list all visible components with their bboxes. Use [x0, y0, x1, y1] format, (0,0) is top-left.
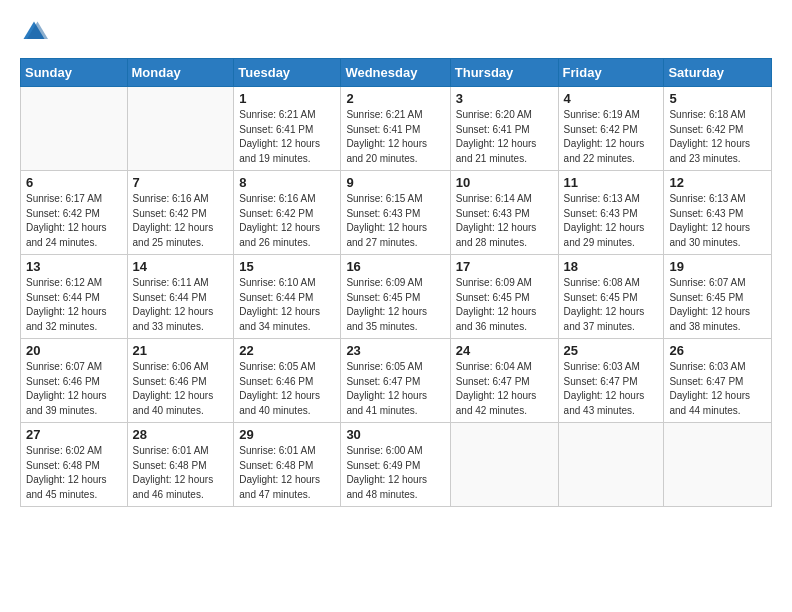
day-detail: Sunrise: 6:20 AM Sunset: 6:41 PM Dayligh… [456, 108, 553, 166]
day-cell: 4Sunrise: 6:19 AM Sunset: 6:42 PM Daylig… [558, 87, 664, 171]
day-detail: Sunrise: 6:21 AM Sunset: 6:41 PM Dayligh… [346, 108, 444, 166]
day-detail: Sunrise: 6:10 AM Sunset: 6:44 PM Dayligh… [239, 276, 335, 334]
day-number: 7 [133, 175, 229, 190]
day-number: 14 [133, 259, 229, 274]
day-detail: Sunrise: 6:12 AM Sunset: 6:44 PM Dayligh… [26, 276, 122, 334]
day-number: 9 [346, 175, 444, 190]
weekday-tuesday: Tuesday [234, 59, 341, 87]
day-detail: Sunrise: 6:06 AM Sunset: 6:46 PM Dayligh… [133, 360, 229, 418]
day-cell: 24Sunrise: 6:04 AM Sunset: 6:47 PM Dayli… [450, 339, 558, 423]
day-number: 4 [564, 91, 659, 106]
day-cell [558, 423, 664, 507]
weekday-wednesday: Wednesday [341, 59, 450, 87]
day-cell: 29Sunrise: 6:01 AM Sunset: 6:48 PM Dayli… [234, 423, 341, 507]
day-number: 29 [239, 427, 335, 442]
day-cell: 28Sunrise: 6:01 AM Sunset: 6:48 PM Dayli… [127, 423, 234, 507]
day-cell: 12Sunrise: 6:13 AM Sunset: 6:43 PM Dayli… [664, 171, 772, 255]
day-cell: 1Sunrise: 6:21 AM Sunset: 6:41 PM Daylig… [234, 87, 341, 171]
day-cell [21, 87, 128, 171]
day-detail: Sunrise: 6:05 AM Sunset: 6:46 PM Dayligh… [239, 360, 335, 418]
day-number: 21 [133, 343, 229, 358]
day-cell: 2Sunrise: 6:21 AM Sunset: 6:41 PM Daylig… [341, 87, 450, 171]
weekday-friday: Friday [558, 59, 664, 87]
week-row-5: 27Sunrise: 6:02 AM Sunset: 6:48 PM Dayli… [21, 423, 772, 507]
day-cell: 15Sunrise: 6:10 AM Sunset: 6:44 PM Dayli… [234, 255, 341, 339]
weekday-sunday: Sunday [21, 59, 128, 87]
day-detail: Sunrise: 6:09 AM Sunset: 6:45 PM Dayligh… [346, 276, 444, 334]
day-number: 28 [133, 427, 229, 442]
day-number: 24 [456, 343, 553, 358]
day-number: 17 [456, 259, 553, 274]
day-number: 13 [26, 259, 122, 274]
day-detail: Sunrise: 6:09 AM Sunset: 6:45 PM Dayligh… [456, 276, 553, 334]
day-cell: 19Sunrise: 6:07 AM Sunset: 6:45 PM Dayli… [664, 255, 772, 339]
day-number: 8 [239, 175, 335, 190]
day-detail: Sunrise: 6:07 AM Sunset: 6:46 PM Dayligh… [26, 360, 122, 418]
day-number: 22 [239, 343, 335, 358]
header [20, 18, 772, 46]
weekday-monday: Monday [127, 59, 234, 87]
day-number: 23 [346, 343, 444, 358]
day-detail: Sunrise: 6:01 AM Sunset: 6:48 PM Dayligh… [133, 444, 229, 502]
day-detail: Sunrise: 6:21 AM Sunset: 6:41 PM Dayligh… [239, 108, 335, 166]
day-detail: Sunrise: 6:00 AM Sunset: 6:49 PM Dayligh… [346, 444, 444, 502]
week-row-1: 1Sunrise: 6:21 AM Sunset: 6:41 PM Daylig… [21, 87, 772, 171]
day-detail: Sunrise: 6:13 AM Sunset: 6:43 PM Dayligh… [669, 192, 766, 250]
day-detail: Sunrise: 6:16 AM Sunset: 6:42 PM Dayligh… [133, 192, 229, 250]
day-detail: Sunrise: 6:04 AM Sunset: 6:47 PM Dayligh… [456, 360, 553, 418]
day-cell: 27Sunrise: 6:02 AM Sunset: 6:48 PM Dayli… [21, 423, 128, 507]
day-number: 10 [456, 175, 553, 190]
day-cell: 14Sunrise: 6:11 AM Sunset: 6:44 PM Dayli… [127, 255, 234, 339]
week-row-3: 13Sunrise: 6:12 AM Sunset: 6:44 PM Dayli… [21, 255, 772, 339]
day-number: 12 [669, 175, 766, 190]
day-cell: 20Sunrise: 6:07 AM Sunset: 6:46 PM Dayli… [21, 339, 128, 423]
day-detail: Sunrise: 6:15 AM Sunset: 6:43 PM Dayligh… [346, 192, 444, 250]
day-cell: 5Sunrise: 6:18 AM Sunset: 6:42 PM Daylig… [664, 87, 772, 171]
day-number: 15 [239, 259, 335, 274]
day-cell [664, 423, 772, 507]
day-number: 6 [26, 175, 122, 190]
day-detail: Sunrise: 6:14 AM Sunset: 6:43 PM Dayligh… [456, 192, 553, 250]
day-number: 3 [456, 91, 553, 106]
day-detail: Sunrise: 6:19 AM Sunset: 6:42 PM Dayligh… [564, 108, 659, 166]
day-detail: Sunrise: 6:01 AM Sunset: 6:48 PM Dayligh… [239, 444, 335, 502]
day-cell [127, 87, 234, 171]
day-detail: Sunrise: 6:03 AM Sunset: 6:47 PM Dayligh… [669, 360, 766, 418]
day-number: 16 [346, 259, 444, 274]
day-detail: Sunrise: 6:13 AM Sunset: 6:43 PM Dayligh… [564, 192, 659, 250]
day-detail: Sunrise: 6:16 AM Sunset: 6:42 PM Dayligh… [239, 192, 335, 250]
day-cell: 22Sunrise: 6:05 AM Sunset: 6:46 PM Dayli… [234, 339, 341, 423]
week-row-4: 20Sunrise: 6:07 AM Sunset: 6:46 PM Dayli… [21, 339, 772, 423]
weekday-thursday: Thursday [450, 59, 558, 87]
weekday-saturday: Saturday [664, 59, 772, 87]
logo-icon [20, 18, 48, 46]
day-number: 11 [564, 175, 659, 190]
week-row-2: 6Sunrise: 6:17 AM Sunset: 6:42 PM Daylig… [21, 171, 772, 255]
day-number: 25 [564, 343, 659, 358]
day-cell: 16Sunrise: 6:09 AM Sunset: 6:45 PM Dayli… [341, 255, 450, 339]
day-cell: 11Sunrise: 6:13 AM Sunset: 6:43 PM Dayli… [558, 171, 664, 255]
day-detail: Sunrise: 6:03 AM Sunset: 6:47 PM Dayligh… [564, 360, 659, 418]
day-cell: 10Sunrise: 6:14 AM Sunset: 6:43 PM Dayli… [450, 171, 558, 255]
day-detail: Sunrise: 6:02 AM Sunset: 6:48 PM Dayligh… [26, 444, 122, 502]
day-cell: 30Sunrise: 6:00 AM Sunset: 6:49 PM Dayli… [341, 423, 450, 507]
calendar: SundayMondayTuesdayWednesdayThursdayFrid… [20, 58, 772, 507]
day-number: 20 [26, 343, 122, 358]
day-detail: Sunrise: 6:11 AM Sunset: 6:44 PM Dayligh… [133, 276, 229, 334]
day-detail: Sunrise: 6:05 AM Sunset: 6:47 PM Dayligh… [346, 360, 444, 418]
day-cell: 18Sunrise: 6:08 AM Sunset: 6:45 PM Dayli… [558, 255, 664, 339]
day-number: 18 [564, 259, 659, 274]
page: SundayMondayTuesdayWednesdayThursdayFrid… [0, 0, 792, 612]
day-number: 27 [26, 427, 122, 442]
day-cell [450, 423, 558, 507]
day-cell: 23Sunrise: 6:05 AM Sunset: 6:47 PM Dayli… [341, 339, 450, 423]
day-number: 5 [669, 91, 766, 106]
day-cell: 25Sunrise: 6:03 AM Sunset: 6:47 PM Dayli… [558, 339, 664, 423]
logo [20, 18, 52, 46]
day-cell: 21Sunrise: 6:06 AM Sunset: 6:46 PM Dayli… [127, 339, 234, 423]
day-cell: 6Sunrise: 6:17 AM Sunset: 6:42 PM Daylig… [21, 171, 128, 255]
weekday-header-row: SundayMondayTuesdayWednesdayThursdayFrid… [21, 59, 772, 87]
day-number: 1 [239, 91, 335, 106]
day-detail: Sunrise: 6:17 AM Sunset: 6:42 PM Dayligh… [26, 192, 122, 250]
day-number: 26 [669, 343, 766, 358]
